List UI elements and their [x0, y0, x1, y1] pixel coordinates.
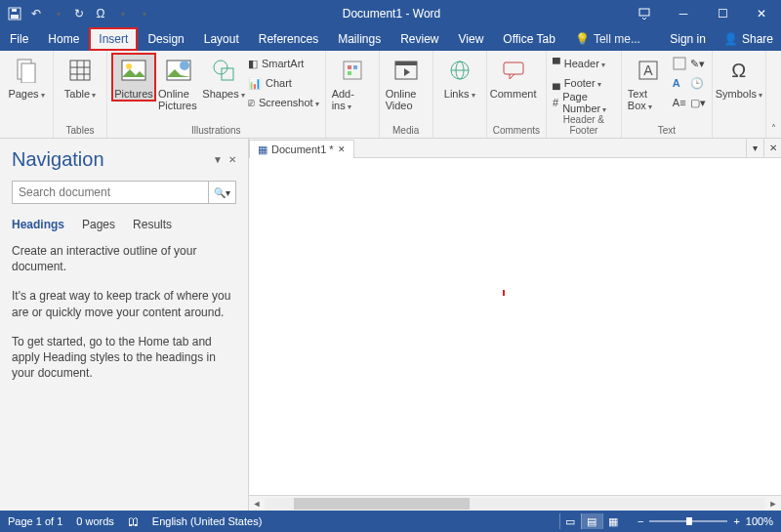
qat-customize[interactable]	[135, 5, 152, 22]
online-pictures-button[interactable]: Online Pictures	[158, 55, 199, 111]
scroll-left-icon[interactable]: ◄	[249, 499, 265, 509]
dropcap-button[interactable]: A≡	[673, 94, 686, 111]
object-button[interactable]: ▢▾	[690, 94, 706, 111]
nav-menu-icon[interactable]: ▼	[213, 154, 223, 165]
links-icon	[444, 55, 475, 86]
tab-officetab[interactable]: Office Tab	[493, 27, 565, 51]
nav-tab-results[interactable]: Results	[133, 218, 172, 231]
nav-close-icon[interactable]: ✕	[228, 154, 236, 165]
symbol-dropdown[interactable]	[113, 5, 131, 22]
chart-icon: 📊	[248, 77, 262, 90]
pictures-icon	[118, 55, 149, 86]
doctab-menu[interactable]: ▾	[746, 139, 763, 157]
pictures-button[interactable]: Pictures	[113, 55, 154, 100]
zoom-slider[interactable]	[649, 520, 727, 522]
group-symbols: Ω Symbols	[713, 51, 766, 138]
bulb-icon: 💡	[575, 32, 590, 46]
tab-view[interactable]: View	[449, 27, 494, 51]
nav-tab-pages[interactable]: Pages	[82, 218, 115, 231]
scroll-right-icon[interactable]: ►	[765, 499, 781, 509]
view-print-icon[interactable]: ▤	[581, 513, 602, 529]
wordart-button[interactable]: A	[673, 74, 686, 92]
shapes-button[interactable]: Shapes	[203, 55, 244, 100]
chart-button[interactable]: 📊Chart	[248, 74, 319, 92]
status-proof-icon[interactable]: 🕮	[128, 515, 139, 527]
tell-me[interactable]: 💡Tell me...	[565, 27, 650, 51]
undo-icon[interactable]: ↶	[27, 5, 45, 22]
zoom-level[interactable]: 100%	[746, 515, 773, 527]
svg-rect-6	[70, 61, 90, 80]
addins-icon	[337, 55, 368, 86]
doctab-close-icon[interactable]: ✕	[338, 144, 346, 154]
nav-tab-headings[interactable]: Headings	[12, 218, 64, 231]
scroll-thumb[interactable]	[294, 498, 470, 510]
status-language[interactable]: English (United States)	[152, 515, 263, 527]
doctab-close[interactable]: ✕	[763, 139, 781, 157]
group-tables: Table Tables	[54, 51, 107, 138]
table-button[interactable]: Table	[60, 55, 101, 100]
svg-rect-19	[353, 65, 357, 69]
svg-point-12	[126, 63, 132, 69]
ribbon-collapse[interactable]: ˄	[766, 51, 781, 138]
view-read-icon[interactable]: ▭	[559, 513, 581, 529]
share-button[interactable]: 👤Share	[716, 27, 781, 51]
sig-line-button[interactable]: ✎▾	[690, 55, 706, 72]
tab-layout[interactable]: Layout	[194, 27, 249, 51]
status-words[interactable]: 0 words	[76, 515, 114, 527]
undo-dropdown[interactable]	[49, 5, 66, 22]
tab-review[interactable]: Review	[390, 27, 448, 51]
textbox-icon: A	[633, 55, 664, 86]
redo-icon[interactable]: ↻	[70, 5, 88, 22]
textbox-button[interactable]: A Text Box	[628, 55, 669, 111]
footer-button[interactable]: ▄Footer	[553, 74, 615, 92]
tab-file[interactable]: File	[0, 27, 38, 51]
navigation-pane: Navigation ▼✕ 🔍▾ Headings Pages Results …	[0, 139, 249, 511]
smartart-button[interactable]: ◧SmartArt	[248, 55, 319, 72]
save-icon[interactable]	[6, 5, 23, 22]
symbols-button[interactable]: Ω Symbols	[719, 55, 760, 100]
header-icon: ▀	[553, 58, 560, 69]
close-button[interactable]: ✕	[742, 0, 781, 27]
comment-button[interactable]: Comment	[493, 55, 534, 100]
search-button[interactable]: 🔍▾	[208, 182, 235, 203]
video-icon	[390, 55, 422, 86]
symbol-icon[interactable]: Ω	[92, 5, 109, 22]
minimize-button[interactable]: ─	[664, 0, 703, 27]
status-page[interactable]: Page 1 of 1	[8, 515, 62, 527]
addins-button[interactable]: Add-ins	[332, 55, 373, 111]
group-links: Links	[433, 51, 487, 138]
group-addins: Add-ins	[326, 51, 380, 138]
page-number-button[interactable]: #Page Number	[553, 94, 615, 111]
sign-in[interactable]: Sign in	[660, 27, 716, 51]
date-time-button[interactable]: 🕒	[690, 74, 706, 92]
pages-button[interactable]: Pages	[6, 55, 47, 100]
zoom-in[interactable]: +	[733, 515, 739, 527]
horizontal-scrollbar[interactable]: ◄ ►	[249, 495, 781, 511]
maximize-button[interactable]: ☐	[703, 0, 742, 27]
view-web-icon[interactable]: ▦	[602, 513, 624, 529]
share-icon: 👤	[723, 32, 738, 46]
quick-access-toolbar: ↶ ↻ Ω	[0, 5, 158, 22]
header-button[interactable]: ▀Header	[553, 55, 615, 72]
tab-references[interactable]: References	[249, 27, 328, 51]
document-tab[interactable]: ▦ Document1 * ✕	[249, 140, 354, 158]
quick-parts-button[interactable]	[673, 55, 686, 72]
tab-home[interactable]: Home	[38, 27, 89, 51]
online-video-button[interactable]: Online Video	[386, 55, 427, 111]
nav-tabs: Headings Pages Results	[12, 218, 236, 231]
zoom-out[interactable]: −	[637, 515, 643, 527]
document-area: ▦ Document1 * ✕ ▾ ✕ ◄ ►	[249, 139, 781, 511]
tab-design[interactable]: Design	[138, 27, 193, 51]
svg-rect-16	[222, 68, 233, 80]
search-input[interactable]	[13, 182, 208, 203]
tab-mailings[interactable]: Mailings	[328, 27, 390, 51]
svg-text:A: A	[643, 62, 653, 78]
nav-search: 🔍▾	[12, 181, 236, 204]
svg-rect-3	[639, 9, 649, 16]
document-page[interactable]	[249, 158, 781, 495]
tab-insert[interactable]: Insert	[89, 27, 138, 51]
nav-text-3: To get started, go to the Home tab and a…	[12, 334, 236, 382]
links-button[interactable]: Links	[439, 55, 480, 100]
screenshot-button[interactable]: ⎚Screenshot	[248, 94, 319, 111]
ribbon-options-icon[interactable]	[625, 0, 664, 27]
